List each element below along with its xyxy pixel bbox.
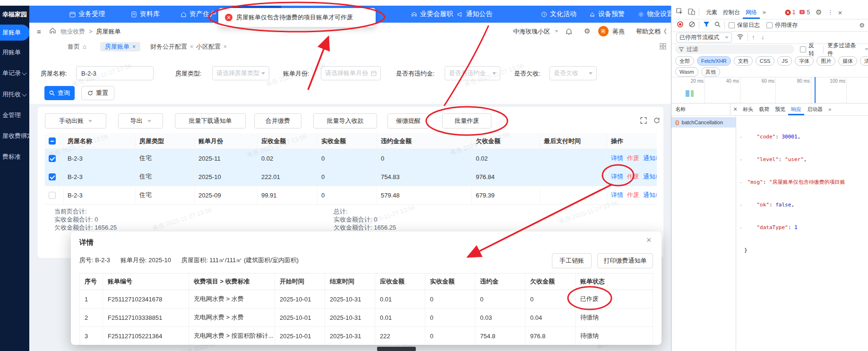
chip-all[interactable]: 全部 [675,56,694,66]
chip-img[interactable]: 图片 [816,56,835,66]
sidebar-item-house-bill[interactable]: 屋账单 [0,25,29,41]
expand-icon[interactable] [640,117,647,125]
nav-item-business[interactable]: 业务受理 [69,6,105,23]
chip-other[interactable]: 其他 [701,67,720,77]
throttle-select[interactable]: 已停用节流模式 [676,33,732,43]
devtools-tab-console[interactable]: 控制台 [720,6,743,19]
devtools-close-icon[interactable]: × [838,9,842,17]
request-row-selected[interactable]: {} batchCancellation [671,117,736,128]
batch-cancel-button[interactable]: 批量作废 [442,113,491,128]
tab-home[interactable]: 首页⌂ [68,42,86,51]
tab-community-config[interactable]: 小区配置× [196,42,227,51]
detail-link[interactable]: 详情 [611,154,623,163]
chip-media[interactable]: 媒体 [838,56,857,66]
sidebar-item-fund-mgmt[interactable]: 金管理 [0,110,29,120]
arrears-select[interactable]: 是否欠收 [550,66,597,80]
record-icon[interactable] [677,21,683,29]
tab-finance-config[interactable]: 财务公开配置× [150,42,193,51]
nav-item-settings[interactable]: 物业设置 [638,6,673,23]
print-notice-button[interactable]: 打印缴费通知单 [597,253,653,268]
kebab-menu-icon[interactable]: ⋮ [828,9,834,16]
cancel-link[interactable]: 作废 [627,191,639,199]
filter-funnel-icon[interactable] [703,21,710,29]
nav-item-assets[interactable]: 资产住户 [180,6,216,23]
issues-badge[interactable]: 5 [799,9,810,16]
reset-button[interactable]: 重置 [81,86,114,100]
menu-fold-icon[interactable]: ≡ [37,27,41,35]
notice-link[interactable]: 通知单 [643,191,657,199]
devtools-settings-icon[interactable]: ⚙ [816,8,822,17]
bell-icon[interactable] [565,27,573,36]
name-column-header[interactable]: 名称 [675,106,730,113]
chip-fetch-xhr[interactable]: Fetch/XHR [697,56,731,66]
cancel-link[interactable]: 作废 [627,172,639,181]
help-doc-link[interactable]: 帮助文档《 [636,27,670,36]
search-icon[interactable] [714,21,721,29]
chip-doc[interactable]: 文档 [734,56,753,66]
manual-writeoff-button[interactable]: 手工销账 [552,253,592,268]
house-name-input[interactable] [80,69,149,77]
tab-preview[interactable]: 预览 [772,103,788,115]
nav-item-culture[interactable]: 文化活动 [541,6,576,23]
sidebar-item-fee-bill[interactable]: 用账单 [0,47,29,58]
clear-icon[interactable] [689,21,695,29]
row-checkbox[interactable] [45,168,64,186]
nav-item-notice[interactable]: 通知公告 [457,6,492,23]
house-type-select[interactable]: 请选择房屋类型 [212,66,269,80]
tab-response[interactable]: 响应 [788,103,804,115]
export-button[interactable]: 导出 [118,113,163,128]
search-button[interactable]: 查询 [44,86,75,100]
nav-item-committee[interactable]: 业委会履职 [411,6,453,23]
detail-link[interactable]: 详情 [611,191,623,199]
gear-icon[interactable]: ⚙ [584,27,590,35]
modal-close-icon[interactable]: × [646,235,652,245]
batch-import-button[interactable]: 批量导入收款 [313,113,377,128]
close-detail-icon[interactable]: × [733,105,737,113]
table-row[interactable]: B-2-3 住宅 2025-11 0.02 0 0 0.02 详情作废通知单 [45,149,657,168]
chip-wasm[interactable]: Wasm [675,67,698,77]
inspect-icon[interactable] [676,8,683,17]
detail-tabs-more[interactable]: » [825,103,834,115]
detail-link[interactable]: 详情 [611,172,623,181]
breadcrumb-root[interactable]: 物业收费 [60,27,85,36]
devtools-tab-elements[interactable]: 元素 [703,6,720,19]
device-toolbar-icon[interactable] [688,8,695,17]
remind-button[interactable]: 催缴提醒 [387,113,429,128]
chip-font[interactable]: 字体 [795,56,814,66]
penalty-select[interactable]: 是否有违约金 [445,66,500,80]
chip-js[interactable]: JS [777,56,792,66]
sidebar-item-fee-standard[interactable]: 费标准 [0,152,29,162]
nav-item-library[interactable]: 资料库 [131,6,160,23]
notice-link[interactable]: 通知单 [643,154,657,163]
tab-payload[interactable]: 载荷 [756,103,772,115]
devtools-tabs-more[interactable]: » [760,6,769,19]
network-settings-icon[interactable]: ⚙ [859,22,865,29]
close-icon[interactable]: × [190,42,193,51]
tab-headers[interactable]: 标头 [740,103,756,115]
row-checkbox[interactable] [45,149,64,167]
refresh-icon[interactable] [653,117,660,125]
manual-billing-button[interactable]: 手动出账 [45,113,106,128]
notice-link[interactable]: 通知单 [643,172,657,181]
community-selector[interactable]: 中海玫瑰小区 [513,23,559,40]
nav-item-device-alert[interactable]: 设备预警 [589,6,625,23]
close-icon[interactable]: × [223,42,227,51]
close-icon[interactable]: × [132,42,136,51]
import-har-icon[interactable]: ↑ [752,34,755,41]
export-har-icon[interactable]: ↓ [761,34,764,41]
batch-download-button[interactable]: 批量下载通知单 [175,113,246,128]
devtools-tab-network[interactable]: 网络 [743,6,760,19]
preserve-log-checkbox[interactable]: 保留日志 [729,21,760,29]
user-name[interactable]: 蒋燕 [612,27,625,36]
table-row[interactable]: B-2-3 住宅 2025-09 99.91 0 579.48 679.39 详… [45,186,657,205]
avatar[interactable]: 蒋 [598,26,609,36]
disable-cache-checkbox[interactable]: 停用缓存 [766,21,798,29]
merge-pay-button[interactable]: 合并缴费 [254,113,301,128]
chip-css[interactable]: CSS [756,56,775,66]
bill-month-picker[interactable]: 请选择账单月份 [321,66,381,80]
network-filter-input[interactable]: 过滤 [675,45,794,54]
chip-manifest[interactable]: 清单 [860,56,868,66]
sidebar-item-fee-binding[interactable]: 屋收费绑定 [0,131,29,141]
network-conditions-icon[interactable] [737,34,744,41]
row-checkbox[interactable] [45,186,64,204]
